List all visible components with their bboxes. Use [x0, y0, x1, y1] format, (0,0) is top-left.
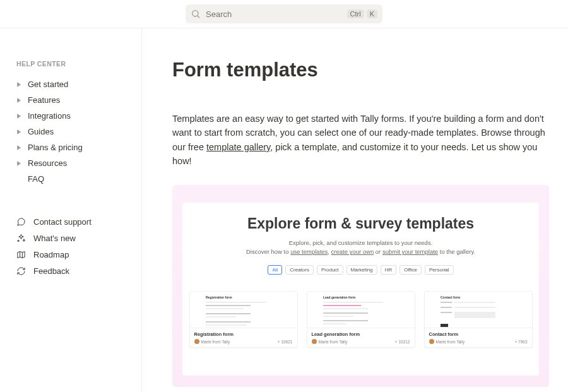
card-footer: Lead generation form Marie from Tally + … [307, 328, 415, 347]
sidebar-nav: Get started Features Integrations Guides… [16, 76, 130, 187]
svg-marker-8 [18, 251, 25, 258]
svg-marker-7 [18, 161, 21, 165]
card-author: Marie from Tally [436, 340, 465, 344]
main-content: Form templates Templates are an easy way… [142, 28, 568, 392]
card-title: Contact form [429, 331, 528, 337]
sidebar-item-label: Roadmap [33, 250, 69, 259]
svg-marker-4 [18, 114, 21, 117]
sidebar-item-get-started[interactable]: Get started [16, 76, 130, 92]
sidebar: HELP CENTER Get started Features Integra… [0, 28, 142, 392]
card-footer: Registration form Marie from Tally + 106… [190, 328, 297, 347]
avatar [312, 339, 317, 344]
template-gallery-link[interactable]: template gallery [206, 142, 270, 152]
sidebar-roadmap[interactable]: Roadmap [16, 246, 130, 263]
page-title: Form templates [172, 59, 549, 81]
search-input[interactable] [206, 9, 342, 19]
card-title: Registration form [194, 331, 293, 337]
refresh-icon [16, 266, 26, 276]
sidebar-item-integrations[interactable]: Integrations [16, 108, 130, 124]
intro-paragraph: Templates are an easy way to get started… [172, 112, 549, 169]
template-card[interactable]: Contact form Contact form Marie from Tal… [424, 291, 533, 348]
chat-icon [16, 217, 26, 227]
search-shortcut: Ctrl K [347, 9, 377, 18]
svg-marker-6 [18, 145, 21, 149]
card-metric: + 7963 [514, 340, 527, 344]
sidebar-heading: HELP CENTER [16, 60, 130, 68]
chevron-right-icon [16, 114, 21, 119]
sidebar-item-label: Get started [28, 80, 68, 89]
template-card[interactable]: Lead generation form Lead generation for… [307, 291, 415, 348]
filter-hr[interactable]: HR [381, 265, 397, 275]
kbd-k: K [367, 9, 377, 18]
topbar: Ctrl K [0, 0, 568, 28]
card-preview: Registration form [190, 292, 297, 328]
sparkle-icon [16, 234, 26, 243]
hero-title: Explore form & survey templates [247, 215, 474, 232]
card-preview: Contact form [425, 292, 532, 328]
sidebar-item-resources[interactable]: Resources [16, 155, 130, 171]
card-title: Lead generation form [312, 331, 410, 337]
filter-row: All Creators Product Marketing HR Office… [268, 265, 453, 275]
card-footer: Contact form Marie from Tally + 7963 [425, 328, 532, 347]
sidebar-item-plans[interactable]: Plans & pricing [16, 140, 130, 155]
filter-creators[interactable]: Creators [285, 265, 314, 275]
chevron-right-icon [16, 82, 21, 87]
search-box[interactable]: Ctrl K [186, 4, 382, 23]
sidebar-item-label: Resources [28, 158, 67, 168]
sidebar-contact-support[interactable]: Contact support [16, 213, 130, 230]
svg-marker-2 [18, 82, 21, 86]
hero-link-use[interactable]: use templates [290, 248, 328, 255]
card-author: Marie from Tally [319, 340, 348, 344]
filter-marketing[interactable]: Marketing [346, 265, 377, 275]
chevron-right-icon [16, 129, 21, 134]
card-metric: + 10621 [278, 340, 293, 344]
svg-marker-5 [18, 129, 21, 133]
sidebar-item-label: What's new [33, 234, 76, 243]
hero-sub-line1: Explore, pick, and customize templates t… [246, 239, 475, 247]
svg-point-0 [192, 11, 198, 16]
sidebar-item-guides[interactable]: Guides [16, 124, 130, 140]
hero-banner: Explore form & survey templates Explore,… [172, 185, 549, 387]
sidebar-item-label: Feedback [33, 266, 69, 276]
sidebar-item-label: Contact support [33, 217, 92, 227]
sidebar-item-label: FAQ [28, 174, 44, 184]
kbd-ctrl: Ctrl [347, 9, 364, 18]
sidebar-item-label: Features [28, 95, 60, 105]
sidebar-item-faq[interactable]: FAQ [16, 171, 130, 187]
sidebar-feedback[interactable]: Feedback [16, 263, 130, 279]
svg-marker-3 [18, 98, 21, 102]
card-metric: + 10212 [395, 340, 410, 344]
filter-all[interactable]: All [268, 265, 282, 275]
filter-personal[interactable]: Personal [425, 265, 454, 275]
hero-link-create[interactable]: create your own [331, 248, 374, 255]
map-icon [16, 250, 26, 259]
card-preview: Lead generation form [307, 292, 415, 328]
avatar [194, 339, 199, 344]
hero-inner: Explore form & survey templates Explore,… [182, 203, 539, 376]
filter-product[interactable]: Product [317, 265, 343, 275]
sidebar-whats-new[interactable]: What's new [16, 230, 130, 246]
sidebar-item-label: Plans & pricing [28, 143, 83, 152]
hero-link-submit[interactable]: submit your template [382, 248, 438, 255]
chevron-right-icon [16, 145, 21, 150]
hero-sub-line2: Discover how to use templates, create yo… [246, 247, 475, 256]
svg-line-1 [198, 16, 199, 18]
chevron-right-icon [16, 161, 21, 166]
avatar [429, 339, 434, 344]
hero-subtitle: Explore, pick, and customize templates t… [246, 239, 475, 257]
template-cards: Registration form Registration form Mari… [189, 291, 533, 348]
card-author: Marie from Tally [201, 340, 230, 344]
sidebar-item-features[interactable]: Features [16, 92, 130, 108]
sidebar-item-label: Guides [28, 127, 54, 136]
search-icon [191, 9, 201, 19]
chevron-right-icon [16, 98, 21, 103]
sidebar-secondary: Contact support What's new Roadmap Feedb… [16, 213, 130, 279]
sidebar-item-label: Integrations [28, 111, 71, 121]
filter-office[interactable]: Office [399, 265, 422, 275]
template-card[interactable]: Registration form Registration form Mari… [189, 291, 298, 348]
